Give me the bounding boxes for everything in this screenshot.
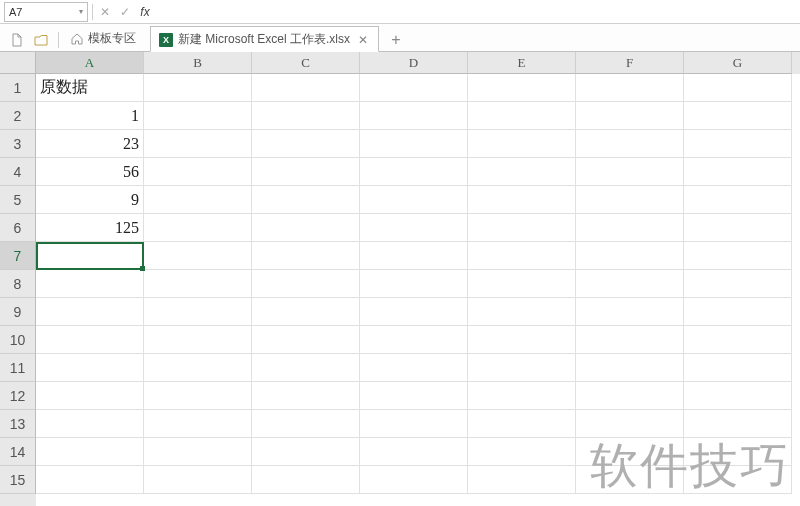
file-icon[interactable] <box>6 29 28 51</box>
cell-C13[interactable] <box>252 410 360 438</box>
column-header-F[interactable]: F <box>576 52 684 74</box>
row-header-13[interactable]: 13 <box>0 410 36 438</box>
cell-C1[interactable] <box>252 74 360 102</box>
cell-D13[interactable] <box>360 410 468 438</box>
cell-F6[interactable] <box>576 214 684 242</box>
cancel-icon[interactable]: ✕ <box>95 2 115 22</box>
cell-B15[interactable] <box>144 466 252 494</box>
cell-D1[interactable] <box>360 74 468 102</box>
cell-E13[interactable] <box>468 410 576 438</box>
cell-C9[interactable] <box>252 298 360 326</box>
cell-C10[interactable] <box>252 326 360 354</box>
cell-E12[interactable] <box>468 382 576 410</box>
accept-icon[interactable]: ✓ <box>115 2 135 22</box>
cell-F15[interactable] <box>576 466 684 494</box>
cell-G15[interactable] <box>684 466 792 494</box>
cell-F5[interactable] <box>576 186 684 214</box>
cell-F4[interactable] <box>576 158 684 186</box>
cell-E3[interactable] <box>468 130 576 158</box>
cell-D9[interactable] <box>360 298 468 326</box>
cell-B9[interactable] <box>144 298 252 326</box>
cell-F1[interactable] <box>576 74 684 102</box>
cell-D11[interactable] <box>360 354 468 382</box>
row-header-11[interactable]: 11 <box>0 354 36 382</box>
cell-E14[interactable] <box>468 438 576 466</box>
cell-A4[interactable]: 56 <box>36 158 144 186</box>
cell-F3[interactable] <box>576 130 684 158</box>
row-header-9[interactable]: 9 <box>0 298 36 326</box>
cell-C3[interactable] <box>252 130 360 158</box>
cell-A1[interactable]: 原数据 <box>36 74 144 102</box>
cell-D4[interactable] <box>360 158 468 186</box>
cell-F12[interactable] <box>576 382 684 410</box>
column-header-C[interactable]: C <box>252 52 360 74</box>
formula-input[interactable] <box>155 2 800 22</box>
cell-E6[interactable] <box>468 214 576 242</box>
cell-A15[interactable] <box>36 466 144 494</box>
cell-A3[interactable]: 23 <box>36 130 144 158</box>
cell-E7[interactable] <box>468 242 576 270</box>
cell-G6[interactable] <box>684 214 792 242</box>
cell-B14[interactable] <box>144 438 252 466</box>
cell-A9[interactable] <box>36 298 144 326</box>
cell-C8[interactable] <box>252 270 360 298</box>
row-header-6[interactable]: 6 <box>0 214 36 242</box>
chevron-down-icon[interactable]: ▾ <box>79 3 83 21</box>
row-header-4[interactable]: 4 <box>0 158 36 186</box>
cell-D8[interactable] <box>360 270 468 298</box>
cell-G1[interactable] <box>684 74 792 102</box>
cell-D7[interactable] <box>360 242 468 270</box>
cell-A6[interactable]: 125 <box>36 214 144 242</box>
cell-C4[interactable] <box>252 158 360 186</box>
row-header-2[interactable]: 2 <box>0 102 36 130</box>
column-header-B[interactable]: B <box>144 52 252 74</box>
row-header-5[interactable]: 5 <box>0 186 36 214</box>
cell-G5[interactable] <box>684 186 792 214</box>
cell-G8[interactable] <box>684 270 792 298</box>
cell-F10[interactable] <box>576 326 684 354</box>
cell-A14[interactable] <box>36 438 144 466</box>
cell-B12[interactable] <box>144 382 252 410</box>
row-header-14[interactable]: 14 <box>0 438 36 466</box>
cell-B5[interactable] <box>144 186 252 214</box>
cell-G14[interactable] <box>684 438 792 466</box>
cell-E8[interactable] <box>468 270 576 298</box>
cell-E1[interactable] <box>468 74 576 102</box>
cell-F9[interactable] <box>576 298 684 326</box>
cell-G4[interactable] <box>684 158 792 186</box>
cell-F11[interactable] <box>576 354 684 382</box>
column-header-G[interactable]: G <box>684 52 792 74</box>
cell-B10[interactable] <box>144 326 252 354</box>
row-header-10[interactable]: 10 <box>0 326 36 354</box>
cell-G12[interactable] <box>684 382 792 410</box>
cell-B7[interactable] <box>144 242 252 270</box>
cell-C14[interactable] <box>252 438 360 466</box>
cell-C2[interactable] <box>252 102 360 130</box>
cell-D2[interactable] <box>360 102 468 130</box>
cell-E15[interactable] <box>468 466 576 494</box>
row-header-1[interactable]: 1 <box>0 74 36 102</box>
name-box[interactable]: A7 ▾ <box>4 2 88 22</box>
cell-B1[interactable] <box>144 74 252 102</box>
cell-A2[interactable]: 1 <box>36 102 144 130</box>
cell-A11[interactable] <box>36 354 144 382</box>
folder-icon[interactable] <box>30 29 52 51</box>
cell-G7[interactable] <box>684 242 792 270</box>
cell-G10[interactable] <box>684 326 792 354</box>
column-header-D[interactable]: D <box>360 52 468 74</box>
fx-icon[interactable]: fx <box>135 2 155 22</box>
cell-F7[interactable] <box>576 242 684 270</box>
cell-E11[interactable] <box>468 354 576 382</box>
cell-D3[interactable] <box>360 130 468 158</box>
cell-E9[interactable] <box>468 298 576 326</box>
cell-E2[interactable] <box>468 102 576 130</box>
cell-F13[interactable] <box>576 410 684 438</box>
cell-D15[interactable] <box>360 466 468 494</box>
cell-B4[interactable] <box>144 158 252 186</box>
cell-D10[interactable] <box>360 326 468 354</box>
cell-B3[interactable] <box>144 130 252 158</box>
cell-A8[interactable] <box>36 270 144 298</box>
close-icon[interactable]: ✕ <box>358 33 368 47</box>
cell-C6[interactable] <box>252 214 360 242</box>
cell-C15[interactable] <box>252 466 360 494</box>
